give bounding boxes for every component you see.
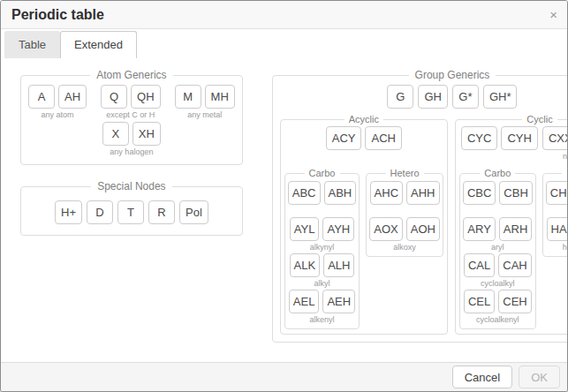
acyclic-carbo-group-1: ABC ABH: [288, 181, 356, 216]
group-button-cbc[interactable]: CBC: [463, 181, 496, 205]
dialog-content: Atom Generics A AH any atom Q QH: [1, 58, 567, 362]
cyclic-legend: Cyclic: [522, 114, 557, 124]
close-icon[interactable]: ×: [548, 6, 559, 23]
group-button-cal[interactable]: CAL: [464, 253, 495, 277]
cyclic-hetero-group-1: CHC CHH: [546, 181, 568, 216]
atom-group-any-metal: M MH any metal: [175, 85, 235, 120]
cyclic-carbo-group-cycloalkyl: CAL CAH cycloalkyl: [464, 253, 532, 289]
atom-generics-legend: Atom Generics: [90, 69, 172, 81]
group-button-aeh[interactable]: AEH: [322, 290, 355, 313]
cancel-button[interactable]: Cancel: [452, 366, 512, 388]
atom-button-a[interactable]: A: [28, 85, 55, 109]
cyclic-top-caption-no-carbon: no carbon: [563, 152, 568, 162]
atom-button-q[interactable]: Q: [101, 85, 127, 109]
acyclic-subcolumns: Carbo ABC ABH: [284, 168, 443, 329]
tab-table[interactable]: Table: [4, 31, 60, 58]
group-button-chc[interactable]: CHC: [546, 181, 568, 205]
dialog-footer: Cancel OK: [1, 362, 567, 391]
acyclic-fieldset: Acyclic ACY ACH: [280, 114, 448, 335]
ok-button[interactable]: OK: [519, 366, 560, 388]
group-button-ael[interactable]: AEL: [289, 290, 320, 313]
periodic-table-dialog: Periodic table × Table Extended Atom Gen…: [0, 0, 568, 392]
atom-generics-row-1: A AH any atom Q QH except C or H: [28, 85, 235, 120]
atom-button-xh[interactable]: XH: [133, 122, 161, 146]
group-button-alk[interactable]: ALK: [290, 253, 321, 277]
cyclic-fieldset: Cyclic CYC CYH CXX: [455, 114, 568, 335]
special-button-d[interactable]: D: [87, 200, 113, 224]
acyclic-carbo-caption-alkynyl: alkynyl: [310, 243, 335, 253]
group-button-cyc[interactable]: CYC: [461, 126, 497, 150]
cyclic-top-row: CYC CYH CXX CXH no carbon: [459, 126, 568, 162]
atom-group-except-c-h: Q QH except C or H: [101, 85, 161, 120]
group-button-cel[interactable]: CEL: [464, 290, 495, 313]
left-column: Atom Generics A AH any atom Q QH: [20, 69, 243, 236]
cyclic-carbo-caption-cycloalkenyl: cycloalkenyl: [476, 315, 519, 325]
tab-bar: Table Extended: [1, 29, 567, 58]
special-nodes-legend: Special Nodes: [91, 180, 171, 192]
acyclic-carbo-group-alkyl: ALK ALH alkyl: [290, 253, 355, 289]
group-generics-top-row: G GH G* GH*: [280, 85, 568, 109]
acyclic-top-group: ACY ACH: [326, 126, 402, 162]
group-button-cyh[interactable]: CYH: [501, 126, 537, 150]
atom-button-x[interactable]: X: [102, 122, 129, 146]
group-button-har[interactable]: HAR: [547, 217, 568, 241]
group-button-gh[interactable]: GH: [418, 85, 448, 109]
atom-button-mh[interactable]: MH: [205, 85, 235, 109]
atom-group-any-atom: A AH any atom: [28, 85, 87, 120]
dialog-title: Periodic table: [11, 7, 557, 23]
group-button-cbh[interactable]: CBH: [499, 181, 532, 205]
special-button-pol[interactable]: Pol: [179, 200, 208, 224]
cyclic-carbo-caption-cycloalkyl: cycloalkyl: [481, 279, 515, 289]
cyclic-hetero-legend: Hetero: [562, 168, 568, 178]
acyclic-carbo-caption-alkenyl: alkenyl: [310, 315, 335, 325]
acyclic-hetero-caption-alkoxy: alkoxy: [393, 243, 416, 253]
group-button-ary[interactable]: ARY: [463, 217, 496, 241]
group-generics-fieldset: Group Generics G GH G* GH* Acyclic: [272, 69, 568, 343]
cyclic-carbo-caption-aryl: aryl: [491, 243, 504, 253]
group-button-alh[interactable]: ALH: [323, 253, 354, 277]
acyclic-carbo-legend: Carbo: [305, 168, 340, 178]
special-button-h-plus[interactable]: H+: [55, 200, 82, 224]
atom-button-qh[interactable]: QH: [131, 85, 161, 109]
cyclic-carbo-fieldset: Carbo CBC CBH: [459, 168, 536, 329]
group-button-ach[interactable]: ACH: [365, 126, 401, 150]
acyclic-hetero-group-alkoxy: AOX AOH alkoxy: [369, 217, 440, 253]
cyclic-top-group-1: CYC CYH: [461, 126, 538, 162]
atom-caption-any-halogen: any halogen: [110, 147, 153, 157]
group-button-arh[interactable]: ARH: [499, 217, 532, 241]
acyclic-hetero-group-1: AHC AHH: [370, 181, 440, 216]
special-button-t[interactable]: T: [117, 200, 144, 224]
group-button-cah[interactable]: CAH: [498, 253, 531, 277]
acyclic-carbo-group-alkynyl: AYL AYH alkynyl: [290, 217, 354, 253]
group-button-cxx[interactable]: CXX: [542, 126, 568, 150]
acyclic-carbo-caption-alkyl: alkyl: [314, 279, 330, 289]
special-nodes-row: H+ D T R Pol: [28, 200, 235, 224]
group-button-aox[interactable]: AOX: [369, 217, 402, 241]
group-button-ceh[interactable]: CEH: [498, 290, 531, 313]
cyclic-hetero-group-hetero-aryl: HAR HAH hetero aryl: [547, 217, 568, 253]
group-button-g[interactable]: G: [387, 85, 413, 109]
cyclic-carbo-group-cycloalkenyl: CEL CEH cycloalkenyl: [464, 290, 532, 325]
atom-button-m[interactable]: M: [175, 85, 201, 109]
group-button-ayl[interactable]: AYL: [290, 217, 320, 241]
group-button-gh-star[interactable]: GH*: [483, 85, 518, 109]
dialog-header: Periodic table ×: [1, 1, 567, 29]
atom-button-ah[interactable]: AH: [58, 85, 87, 109]
group-generics-legend: Group Generics: [409, 69, 496, 81]
special-button-r[interactable]: R: [148, 200, 175, 224]
tab-extended[interactable]: Extended: [60, 31, 137, 58]
cyclic-carbo-group-aryl: ARY ARH aryl: [463, 217, 532, 253]
atom-generics-fieldset: Atom Generics A AH any atom Q QH: [20, 69, 243, 165]
atom-group-any-halogen: X XH any halogen: [102, 122, 161, 157]
group-button-abh[interactable]: ABH: [324, 181, 357, 205]
cyclic-carbo-legend: Carbo: [480, 168, 515, 178]
group-button-ahh[interactable]: AHH: [406, 181, 439, 205]
group-button-abc[interactable]: ABC: [288, 181, 321, 205]
group-button-ahc[interactable]: AHC: [370, 181, 403, 205]
group-button-aoh[interactable]: AOH: [406, 217, 440, 241]
group-button-acy[interactable]: ACY: [326, 126, 362, 150]
group-button-ayh[interactable]: AYH: [322, 217, 354, 241]
special-nodes-fieldset: Special Nodes H+ D T R Pol: [20, 180, 243, 236]
group-button-g-star[interactable]: G*: [452, 85, 479, 109]
atom-caption-any-metal: any metal: [187, 110, 222, 120]
